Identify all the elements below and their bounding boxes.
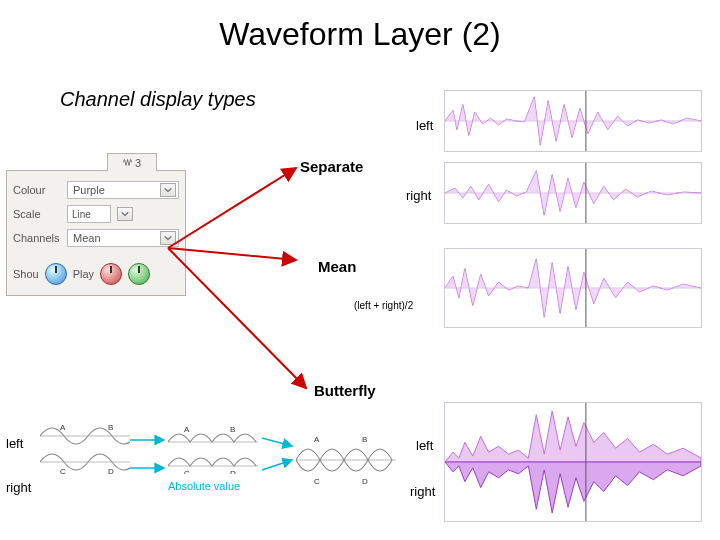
- row-label-scale: Scale: [13, 208, 61, 220]
- letter-d: D: [108, 467, 114, 474]
- svg-line-2: [168, 248, 306, 388]
- letter-a: A: [60, 424, 66, 432]
- label-butterfly: Butterfly: [314, 382, 376, 399]
- svg-text:A: A: [184, 425, 190, 434]
- scale-select[interactable]: Line: [67, 205, 111, 223]
- row-scale: Scale Line: [13, 205, 179, 223]
- play-knob[interactable]: [45, 263, 67, 285]
- page-title: Waveform Layer (2): [0, 0, 720, 53]
- label-right-sep: right: [406, 188, 431, 203]
- chevron-down-icon: [160, 183, 176, 197]
- mini-right-label: right: [6, 480, 31, 495]
- mini-sines-ab-cd: A B C D: [40, 424, 130, 474]
- svg-line-26: [262, 438, 292, 446]
- colour-value: Purple: [73, 184, 105, 196]
- channels-select[interactable]: Mean: [67, 229, 179, 247]
- waveform-mean: [444, 248, 702, 328]
- svg-text:D: D: [230, 469, 236, 474]
- waveform-butterfly: [444, 402, 702, 522]
- letter-c: C: [60, 467, 66, 474]
- show-label: Shou: [13, 268, 39, 280]
- label-left-sep: left: [416, 118, 433, 133]
- svg-line-1: [168, 248, 296, 260]
- label-right-bf: right: [410, 484, 435, 499]
- letter-b: B: [108, 424, 113, 432]
- label-separate: Separate: [300, 158, 363, 175]
- svg-line-27: [262, 460, 292, 470]
- label-left-bf: left: [416, 438, 433, 453]
- waveform-icon: [123, 158, 132, 167]
- svg-text:A: A: [314, 435, 320, 444]
- chevron-down-icon: [160, 231, 176, 245]
- show-row: Shou Play: [13, 263, 179, 285]
- mini-abs-ab-cd: A B C D: [168, 424, 258, 474]
- row-label-channels: Channels: [13, 232, 61, 244]
- abs-value-label: Absolute value: [168, 480, 240, 492]
- row-colour: Colour Purple: [13, 181, 179, 199]
- waveform-separate-left: [444, 90, 702, 152]
- colour-select[interactable]: Purple: [67, 181, 179, 199]
- svg-text:C: C: [184, 469, 190, 474]
- knob-red[interactable]: [100, 263, 122, 285]
- panel-tab-label: 3: [135, 157, 141, 169]
- svg-text:C: C: [314, 477, 320, 486]
- row-label-colour: Colour: [13, 184, 61, 196]
- channels-value: Mean: [73, 232, 101, 244]
- mini-left-label: left: [6, 436, 23, 451]
- waveform-separate-right: [444, 162, 702, 224]
- play-label: Play: [73, 268, 94, 280]
- svg-text:D: D: [362, 477, 368, 486]
- chevron-down-icon[interactable]: [117, 207, 133, 221]
- svg-line-0: [168, 168, 296, 248]
- knob-green[interactable]: [128, 263, 150, 285]
- label-mean-formula: (left + right)/2: [354, 300, 413, 311]
- svg-text:B: B: [362, 435, 367, 444]
- label-mean: Mean: [318, 258, 356, 275]
- subtitle: Channel display types: [60, 88, 256, 111]
- row-channels: Channels Mean: [13, 229, 179, 247]
- mini-butterfly-result: A B C D: [296, 430, 396, 490]
- settings-panel: 3 Colour Purple Scale Line Channels Mean…: [6, 170, 186, 296]
- svg-text:B: B: [230, 425, 235, 434]
- panel-tab[interactable]: 3: [107, 153, 157, 171]
- scale-value: Line: [72, 209, 91, 220]
